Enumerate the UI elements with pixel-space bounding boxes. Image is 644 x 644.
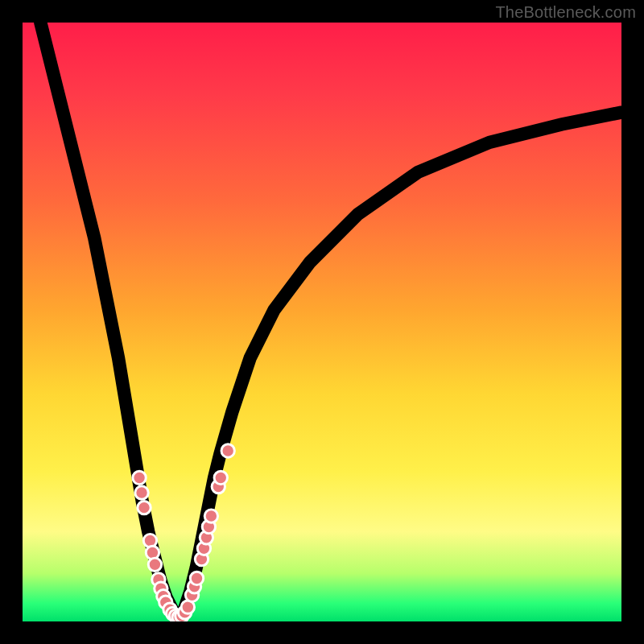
- watermark-text: TheBottleneck.com: [495, 3, 636, 22]
- data-marker: [204, 510, 217, 522]
- data-marker: [221, 444, 234, 457]
- curve-left-branch: [40, 23, 178, 618]
- data-marker: [190, 572, 203, 584]
- data-marker: [133, 471, 146, 484]
- data-marker: [148, 558, 161, 571]
- plot-area: [23, 23, 621, 621]
- data-marker: [135, 486, 148, 499]
- data-marker: [214, 471, 227, 484]
- curve-right-branch: [178, 113, 621, 619]
- chart-frame: TheBottleneck.com: [0, 0, 644, 644]
- data-marker: [138, 501, 151, 514]
- chart-svg: [23, 23, 621, 621]
